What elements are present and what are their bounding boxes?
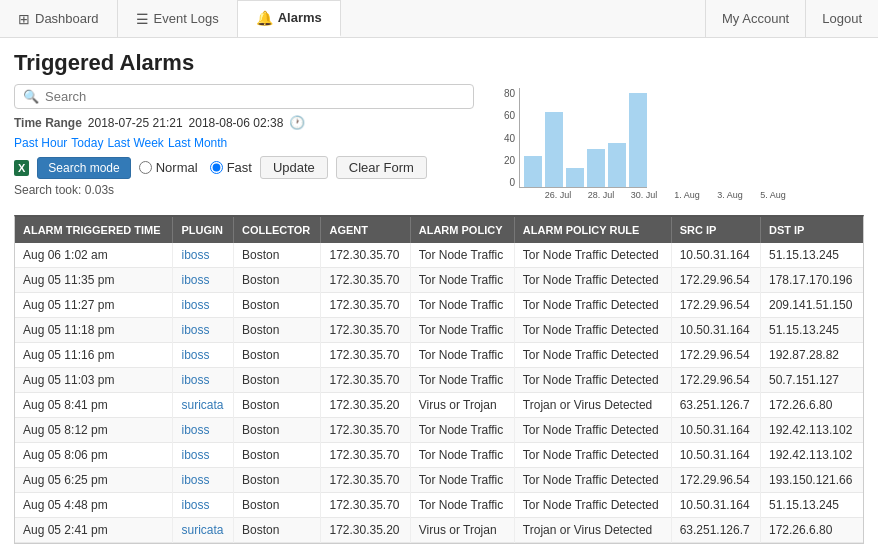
cell-4-3: 172.30.35.70: [321, 343, 410, 368]
chart-area: 80 60 40 20 0 26. Jul28. Jul30. Jul1. Au…: [504, 88, 864, 200]
chart-y-and-bars: 80 60 40 20 0: [504, 88, 864, 188]
radio-group: Normal Fast: [139, 160, 252, 175]
cell-11-3: 172.30.35.20: [321, 518, 410, 543]
bars-area: [519, 88, 647, 188]
fast-label: Fast: [227, 160, 252, 175]
cell-0-1[interactable]: iboss: [173, 243, 234, 268]
table-row[interactable]: Aug 05 6:25 pmibossBoston172.30.35.70Tor…: [15, 468, 863, 493]
cell-8-6: 10.50.31.164: [671, 443, 760, 468]
cell-10-2: Boston: [234, 493, 321, 518]
search-bar[interactable]: 🔍: [14, 84, 474, 109]
fast-radio-label[interactable]: Fast: [210, 160, 252, 175]
table-row[interactable]: Aug 05 8:12 pmibossBoston172.30.35.70Tor…: [15, 418, 863, 443]
cell-7-6: 10.50.31.164: [671, 418, 760, 443]
cell-9-5: Tor Node Traffic Detected: [514, 468, 671, 493]
tab-alarms[interactable]: 🔔 Alarms: [238, 0, 341, 37]
bar-group-3: [587, 149, 605, 187]
table-row[interactable]: Aug 06 1:02 amibossBoston172.30.35.70Tor…: [15, 243, 863, 268]
my-account-button[interactable]: My Account: [705, 0, 805, 38]
cell-10-1[interactable]: iboss: [173, 493, 234, 518]
x-label-4: 3. Aug: [710, 190, 750, 200]
col-header-agent: AGENT: [321, 217, 410, 243]
cell-1-6: 172.29.96.54: [671, 268, 760, 293]
cell-2-1[interactable]: iboss: [173, 293, 234, 318]
logout-button[interactable]: Logout: [805, 0, 878, 38]
cell-5-1[interactable]: iboss: [173, 368, 234, 393]
main-content: 🔍 Time Range 2018-07-25 21:21 2018-08-06…: [0, 84, 878, 205]
cell-4-1[interactable]: iboss: [173, 343, 234, 368]
time-range-row: Time Range 2018-07-25 21:21 2018-08-06 0…: [14, 115, 494, 150]
table-row[interactable]: Aug 05 11:03 pmibossBoston172.30.35.70To…: [15, 368, 863, 393]
table-row[interactable]: Aug 05 11:35 pmibossBoston172.30.35.70To…: [15, 268, 863, 293]
normal-radio-label[interactable]: Normal: [139, 160, 198, 175]
bar-group-5: [629, 93, 647, 187]
cell-5-2: Boston: [234, 368, 321, 393]
cell-11-7: 172.26.6.80: [760, 518, 863, 543]
cell-11-0: Aug 05 2:41 pm: [15, 518, 173, 543]
table-row[interactable]: Aug 05 11:27 pmibossBoston172.30.35.70To…: [15, 293, 863, 318]
cell-11-4: Virus or Trojan: [410, 518, 514, 543]
search-input[interactable]: [45, 89, 465, 104]
cell-1-1[interactable]: iboss: [173, 268, 234, 293]
cell-5-6: 172.29.96.54: [671, 368, 760, 393]
table-row[interactable]: Aug 05 11:16 pmibossBoston172.30.35.70To…: [15, 343, 863, 368]
cell-0-6: 10.50.31.164: [671, 243, 760, 268]
cell-3-1[interactable]: iboss: [173, 318, 234, 343]
cell-6-1[interactable]: suricata: [173, 393, 234, 418]
cell-2-2: Boston: [234, 293, 321, 318]
cell-6-2: Boston: [234, 393, 321, 418]
cell-9-0: Aug 05 6:25 pm: [15, 468, 173, 493]
x-label-3: 1. Aug: [667, 190, 707, 200]
cell-8-1[interactable]: iboss: [173, 443, 234, 468]
cell-11-1[interactable]: suricata: [173, 518, 234, 543]
top-nav: ⊞ Dashboard ☰ Event Logs 🔔 Alarms My Acc…: [0, 0, 878, 38]
cell-7-3: 172.30.35.70: [321, 418, 410, 443]
table-row[interactable]: Aug 05 11:18 pmibossBoston172.30.35.70To…: [15, 318, 863, 343]
event-logs-icon: ☰: [136, 11, 149, 27]
cell-5-7: 50.7.151.127: [760, 368, 863, 393]
update-button[interactable]: Update: [260, 156, 328, 179]
tab-dashboard-label: Dashboard: [35, 11, 99, 26]
cell-2-7: 209.141.51.150: [760, 293, 863, 318]
table-row[interactable]: Aug 05 2:41 pmsuricataBoston172.30.35.20…: [15, 518, 863, 543]
cell-2-3: 172.30.35.70: [321, 293, 410, 318]
cell-6-7: 172.26.6.80: [760, 393, 863, 418]
fast-radio[interactable]: [210, 161, 223, 174]
time-range-start: 2018-07-25 21:21: [88, 116, 183, 130]
clear-form-button[interactable]: Clear Form: [336, 156, 427, 179]
cell-3-2: Boston: [234, 318, 321, 343]
table-row[interactable]: Aug 05 4:48 pmibossBoston172.30.35.70Tor…: [15, 493, 863, 518]
table-row[interactable]: Aug 05 8:41 pmsuricataBoston172.30.35.20…: [15, 393, 863, 418]
cell-11-2: Boston: [234, 518, 321, 543]
tab-event-logs[interactable]: ☰ Event Logs: [118, 0, 238, 37]
cell-1-2: Boston: [234, 268, 321, 293]
cell-4-0: Aug 05 11:16 pm: [15, 343, 173, 368]
cell-7-7: 192.42.113.102: [760, 418, 863, 443]
col-header-collector: COLLECTOR: [234, 217, 321, 243]
normal-radio[interactable]: [139, 161, 152, 174]
cell-9-1[interactable]: iboss: [173, 468, 234, 493]
bar-5: [629, 93, 647, 187]
dashboard-icon: ⊞: [18, 11, 30, 27]
last-month-link[interactable]: Last Month: [168, 136, 227, 150]
col-header-alarm-policy-rule: ALARM POLICY RULE: [514, 217, 671, 243]
bar-group-1: [545, 112, 563, 187]
cell-0-2: Boston: [234, 243, 321, 268]
cell-7-1[interactable]: iboss: [173, 418, 234, 443]
past-hour-link[interactable]: Past Hour: [14, 136, 67, 150]
cell-3-6: 10.50.31.164: [671, 318, 760, 343]
x-labels: 26. Jul28. Jul30. Jul1. Aug3. Aug5. Aug: [504, 190, 864, 200]
normal-label: Normal: [156, 160, 198, 175]
table-row[interactable]: Aug 05 8:06 pmibossBoston172.30.35.70Tor…: [15, 443, 863, 468]
cell-8-5: Tor Node Traffic Detected: [514, 443, 671, 468]
search-mode-button[interactable]: Search mode: [37, 157, 130, 179]
tab-dashboard[interactable]: ⊞ Dashboard: [0, 0, 118, 37]
today-link[interactable]: Today: [71, 136, 103, 150]
cell-3-3: 172.30.35.70: [321, 318, 410, 343]
last-week-link[interactable]: Last Week: [107, 136, 163, 150]
cell-0-3: 172.30.35.70: [321, 243, 410, 268]
table-header: ALARM TRIGGERED TIMEPLUGINCOLLECTORAGENT…: [15, 217, 863, 243]
bar-group-2: [566, 168, 584, 187]
nav-right: My Account Logout: [705, 0, 878, 38]
time-range-end: 2018-08-06 02:38: [189, 116, 284, 130]
